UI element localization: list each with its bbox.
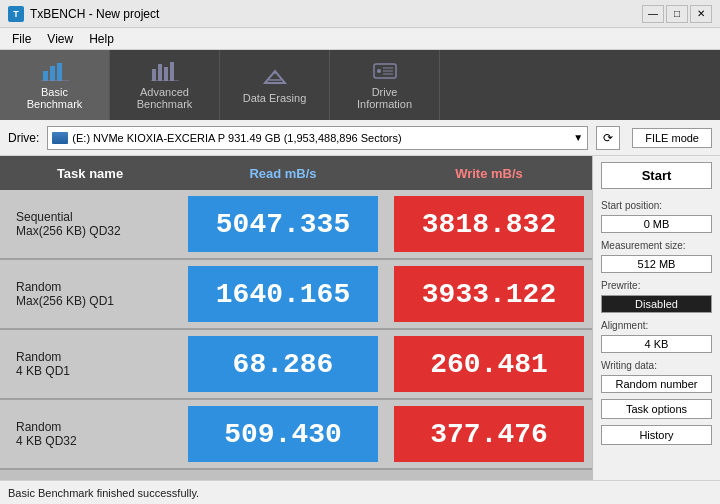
drive-information-label: DriveInformation xyxy=(357,86,412,110)
alignment-value: 4 KB xyxy=(601,335,712,353)
toolbar-drive-information[interactable]: DriveInformation xyxy=(330,50,440,120)
drive-dropdown-arrow: ▼ xyxy=(573,132,583,143)
svg-rect-6 xyxy=(164,67,168,81)
menu-file[interactable]: File xyxy=(4,30,39,48)
column-read: Read mB/s xyxy=(180,156,386,190)
start-position-label: Start position: xyxy=(601,200,712,211)
toolbar: BasicBenchmark AdvancedBenchmark Data Er… xyxy=(0,50,720,120)
title-bar-left: T TxBENCH - New project xyxy=(8,6,159,22)
drive-value: (E:) NVMe KIOXIA-EXCERIA P 931.49 GB (1,… xyxy=(72,132,401,144)
row-read-0: 5047.335 xyxy=(188,196,378,252)
title-bar: T TxBENCH - New project — □ ✕ xyxy=(0,0,720,28)
drive-icon xyxy=(52,132,68,144)
row-write-0: 3818.832 xyxy=(394,196,584,252)
toolbar-advanced-benchmark[interactable]: AdvancedBenchmark xyxy=(110,50,220,120)
writing-data-label: Writing data: xyxy=(601,360,712,371)
chart-advanced-icon xyxy=(151,60,179,82)
toolbar-basic-benchmark[interactable]: BasicBenchmark xyxy=(0,50,110,120)
row-write-2: 260.481 xyxy=(394,336,584,392)
drive-label: Drive: xyxy=(8,131,39,145)
table-row: Random 4 KB QD1 68.286 260.481 xyxy=(0,330,592,400)
table-row: Sequential Max(256 KB) QD32 5047.335 381… xyxy=(0,190,592,260)
column-task-name: Task name xyxy=(0,156,180,190)
history-button[interactable]: History xyxy=(601,425,712,445)
row-label-3-line1: Random xyxy=(16,420,61,434)
erase-icon xyxy=(261,66,289,88)
row-label-2: Random 4 KB QD1 xyxy=(0,330,180,398)
measurement-size-label: Measurement size: xyxy=(601,240,712,251)
writing-data-value: Random number xyxy=(601,375,712,393)
status-bar: Basic Benchmark finished successfully. xyxy=(0,480,720,504)
row-label-0-line1: Sequential xyxy=(16,210,73,224)
close-button[interactable]: ✕ xyxy=(690,5,712,23)
row-label-3: Random 4 KB QD32 xyxy=(0,400,180,468)
drive-select-inner: (E:) NVMe KIOXIA-EXCERIA P 931.49 GB (1,… xyxy=(52,132,583,144)
row-write-3: 377.476 xyxy=(394,406,584,462)
prewrite-value: Disabled xyxy=(601,295,712,313)
main-content: Task name Read mB/s Write mB/s Sequentia… xyxy=(0,156,720,480)
table-row: Random Max(256 KB) QD1 1640.165 3933.122 xyxy=(0,260,592,330)
window-title: TxBENCH - New project xyxy=(30,7,159,21)
svg-point-13 xyxy=(377,69,381,73)
svg-rect-5 xyxy=(158,64,162,81)
svg-rect-4 xyxy=(152,69,156,81)
drive-info-icon xyxy=(371,60,399,82)
svg-rect-1 xyxy=(50,66,55,81)
app-icon: T xyxy=(8,6,24,22)
right-panel: Start Start position: 0 MB Measurement s… xyxy=(592,156,720,480)
row-label-0: Sequential Max(256 KB) QD32 xyxy=(0,190,180,258)
basic-benchmark-label: BasicBenchmark xyxy=(27,86,83,110)
row-label-2-line1: Random xyxy=(16,350,61,364)
toolbar-data-erasing[interactable]: Data Erasing xyxy=(220,50,330,120)
svg-rect-7 xyxy=(170,62,174,81)
menu-view[interactable]: View xyxy=(39,30,81,48)
refresh-button[interactable]: ⟳ xyxy=(596,126,620,150)
row-label-2-line2: 4 KB QD1 xyxy=(16,364,70,378)
row-read-1: 1640.165 xyxy=(188,266,378,322)
row-label-1-line1: Random xyxy=(16,280,61,294)
svg-rect-2 xyxy=(57,63,62,81)
measurement-size-value: 512 MB xyxy=(601,255,712,273)
table-header: Task name Read mB/s Write mB/s xyxy=(0,156,592,190)
row-read-2: 68.286 xyxy=(188,336,378,392)
prewrite-label: Prewrite: xyxy=(601,280,712,291)
table-row: Random 4 KB QD32 509.430 377.476 xyxy=(0,400,592,470)
status-text: Basic Benchmark finished successfully. xyxy=(8,487,199,499)
row-write-1: 3933.122 xyxy=(394,266,584,322)
advanced-benchmark-label: AdvancedBenchmark xyxy=(137,86,193,110)
maximize-button[interactable]: □ xyxy=(666,5,688,23)
start-button[interactable]: Start xyxy=(601,162,712,189)
row-label-1-line2: Max(256 KB) QD1 xyxy=(16,294,114,308)
menu-bar: File View Help xyxy=(0,28,720,50)
chart-bar-icon xyxy=(41,60,69,82)
row-label-1: Random Max(256 KB) QD1 xyxy=(0,260,180,328)
start-position-value: 0 MB xyxy=(601,215,712,233)
minimize-button[interactable]: — xyxy=(642,5,664,23)
drive-bar: Drive: (E:) NVMe KIOXIA-EXCERIA P 931.49… xyxy=(0,120,720,156)
file-mode-button[interactable]: FILE mode xyxy=(632,128,712,148)
row-label-0-line2: Max(256 KB) QD32 xyxy=(16,224,121,238)
row-read-3: 509.430 xyxy=(188,406,378,462)
benchmark-table: Task name Read mB/s Write mB/s Sequentia… xyxy=(0,156,592,480)
task-options-button[interactable]: Task options xyxy=(601,399,712,419)
column-write: Write mB/s xyxy=(386,156,592,190)
alignment-label: Alignment: xyxy=(601,320,712,331)
title-bar-controls: — □ ✕ xyxy=(642,5,712,23)
menu-help[interactable]: Help xyxy=(81,30,122,48)
data-erasing-label: Data Erasing xyxy=(243,92,307,104)
svg-rect-0 xyxy=(43,71,48,81)
drive-select[interactable]: (E:) NVMe KIOXIA-EXCERIA P 931.49 GB (1,… xyxy=(47,126,588,150)
row-label-3-line2: 4 KB QD32 xyxy=(16,434,77,448)
